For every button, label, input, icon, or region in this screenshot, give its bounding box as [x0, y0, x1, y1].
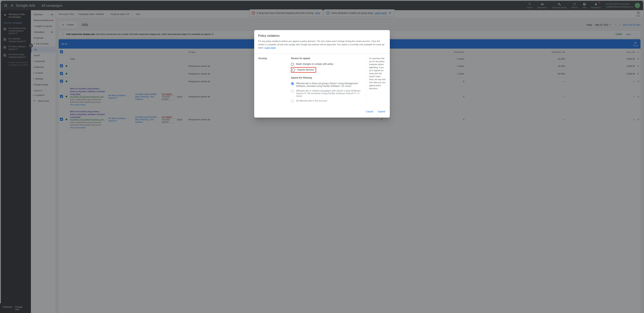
side-note: It's important that you fix any policy v…	[366, 57, 386, 104]
appeal-all-radio[interactable]: All affected ads in the account	[291, 98, 364, 104]
dialog-description: Fix any policy violations before you app…	[258, 40, 384, 49]
radio-icon	[291, 63, 294, 66]
radio-icon	[292, 68, 295, 72]
modal-overlay: Policy violations Fix any policy violati…	[0, 0, 644, 313]
highlight-dispute-decision: Dispute decision	[291, 67, 316, 73]
submit-button[interactable]: Submit	[377, 109, 386, 114]
appeal-section-label: Appeal the following	[291, 76, 364, 79]
policy-violations-dialog: Policy violations Fix any policy violati…	[254, 30, 390, 118]
reason-dispute-radio[interactable]: Dispute decision	[292, 68, 314, 72]
radio-icon	[291, 100, 294, 102]
dialog-title: Policy violations	[258, 34, 386, 38]
reason-made-changes-radio[interactable]: Made changes to comply with policy	[291, 62, 364, 67]
appeal-ad-groups-radio[interactable]: Affected ads in these ad groups (Senior …	[291, 81, 364, 88]
radio-icon	[291, 90, 294, 92]
radio-checked-icon	[291, 82, 294, 85]
violation-category: Housing	[258, 57, 288, 104]
reason-section-label: Reason for appeal	[291, 57, 364, 60]
learn-more-link[interactable]: Learn more	[264, 46, 276, 49]
appeal-campaigns-radio[interactable]: Affected ads in related campaigns (RA-Se…	[291, 88, 364, 98]
cancel-button[interactable]: Cancel	[365, 109, 374, 114]
